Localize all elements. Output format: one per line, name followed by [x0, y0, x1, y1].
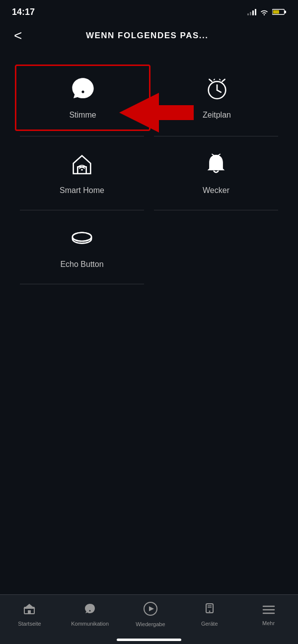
grid-cell-wecker[interactable]: Wecker — [149, 141, 283, 205]
back-button[interactable]: < — [10, 27, 26, 45]
devices-nav-icon — [203, 602, 216, 619]
divider-3 — [0, 284, 298, 284]
svg-line-11 — [212, 154, 214, 155]
grid-cell-zeitplan[interactable]: Zeitplan — [150, 64, 283, 131]
grid-cell-stimme[interactable]: Stimme — [15, 64, 150, 131]
status-bar: 14:17 — [0, 0, 298, 22]
page-title: WENN FOLGENDES PAS... — [26, 31, 268, 41]
svg-line-8 — [214, 79, 215, 80]
svg-line-7 — [217, 90, 221, 92]
svg-line-9 — [219, 79, 221, 80]
svg-marker-23 — [149, 606, 154, 611]
smart-home-icon — [69, 151, 95, 181]
svg-point-21 — [89, 610, 91, 612]
wiedergabe-label: Wiedergabe — [136, 621, 165, 627]
battery-icon — [272, 8, 286, 15]
nav-item-wiedergabe[interactable]: Wiedergabe — [133, 602, 168, 627]
grid-cell-empty — [149, 215, 283, 279]
svg-rect-1 — [285, 10, 287, 13]
home-nav-icon — [23, 602, 36, 619]
svg-point-10 — [81, 169, 82, 171]
signal-icon — [247, 8, 256, 15]
bottom-nav: Startseite Kommunikation Wiedergabe — [0, 594, 298, 644]
header: < WENN FOLGENDES PAS... — [0, 22, 298, 50]
svg-point-17 — [73, 233, 91, 241]
grid-row-3: Echo Button — [0, 210, 298, 284]
echo-button-icon — [69, 225, 95, 255]
grid-cell-smarthome[interactable]: Smart Home — [15, 141, 149, 205]
zeitplan-label: Zeitplan — [203, 111, 231, 120]
menu-nav-icon — [262, 603, 275, 618]
geraete-label: Geräte — [201, 621, 218, 627]
clock-alarm-icon — [204, 76, 230, 106]
svg-marker-19 — [23, 604, 35, 609]
play-nav-icon — [144, 602, 157, 619]
wifi-icon — [259, 8, 269, 16]
stimme-label: Stimme — [69, 111, 96, 120]
svg-point-25 — [209, 611, 210, 612]
speech-bubble-icon — [70, 76, 96, 106]
echo-button-label: Echo Button — [60, 260, 103, 269]
svg-rect-20 — [28, 610, 31, 614]
svg-point-4 — [81, 90, 84, 93]
home-indicator — [117, 639, 181, 641]
startseite-label: Startseite — [18, 621, 41, 627]
status-time: 14:17 — [12, 7, 35, 17]
nav-item-geraete[interactable]: Geräte — [192, 602, 227, 627]
wecker-label: Wecker — [203, 186, 229, 195]
mehr-label: Mehr — [262, 620, 275, 626]
nav-item-kommunikation[interactable]: Kommunikation — [71, 602, 109, 627]
status-icons — [247, 8, 286, 16]
nav-item-mehr[interactable]: Mehr — [251, 603, 286, 626]
grid-cell-echo-button[interactable]: Echo Button — [15, 215, 149, 279]
smarthome-label: Smart Home — [60, 186, 104, 195]
chat-nav-icon — [83, 602, 96, 619]
svg-rect-2 — [273, 10, 279, 14]
kommunikation-label: Kommunikation — [71, 621, 109, 627]
nav-item-startseite[interactable]: Startseite — [12, 602, 47, 627]
grid-row-2: Smart Home Wecker — [0, 136, 298, 210]
bell-icon — [203, 151, 229, 181]
svg-line-12 — [218, 154, 220, 155]
grid-content: Stimme Zeitplan — [0, 50, 298, 294]
grid-row-1: Stimme Zeitplan — [0, 60, 298, 136]
